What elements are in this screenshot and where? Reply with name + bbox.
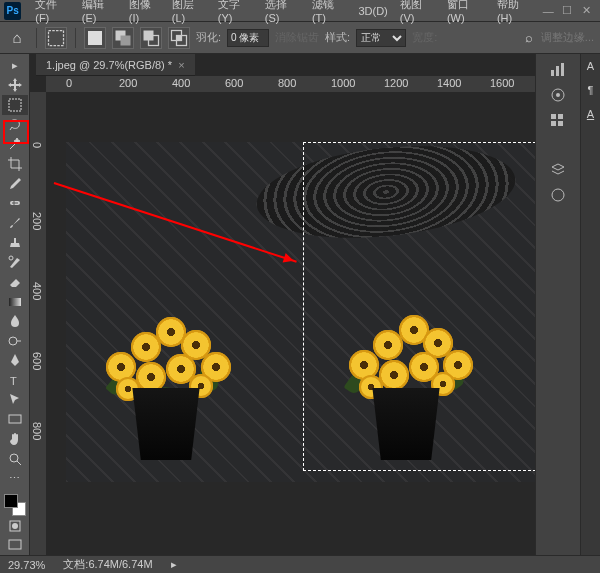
dodge-tool[interactable] [2, 331, 28, 351]
svg-point-10 [9, 256, 13, 260]
svg-rect-21 [561, 63, 564, 76]
svg-rect-18 [9, 540, 21, 549]
svg-point-12 [9, 337, 17, 345]
home-icon[interactable]: ⌂ [6, 27, 28, 49]
svg-rect-25 [558, 114, 563, 119]
search-icon[interactable]: ⌕ [525, 30, 533, 45]
svg-rect-14 [9, 415, 21, 423]
pen-tool[interactable] [2, 351, 28, 371]
window-maximize-button[interactable]: ☐ [558, 3, 577, 19]
canvas-area: 1.jpeg @ 29.7%(RGB/8) * × 0 200 400 600 … [30, 54, 535, 555]
right-panel-collapsed [535, 54, 580, 555]
svg-rect-26 [551, 121, 556, 126]
svg-rect-27 [558, 121, 563, 126]
selection-intersect-icon[interactable] [168, 27, 190, 49]
move-tool[interactable] [2, 76, 28, 96]
glyphs-panel-icon[interactable]: A [587, 108, 594, 120]
menu-edit[interactable]: 编辑(E) [76, 0, 123, 24]
menu-3d[interactable]: 3D(D) [352, 5, 393, 17]
color-swatches[interactable] [4, 494, 26, 516]
paragraph-panel-icon[interactable]: ¶ [588, 84, 594, 96]
menu-select[interactable]: 选择(S) [259, 0, 306, 24]
app-logo: Ps [4, 2, 21, 20]
eraser-tool[interactable] [2, 272, 28, 292]
options-bar: ⌂ 羽化: 消除锯齿 样式: 正常 宽度: ⌕ 调整边缘... [0, 22, 600, 54]
hand-tool[interactable] [2, 429, 28, 449]
svg-rect-0 [49, 30, 64, 45]
svg-rect-11 [9, 298, 21, 306]
history-brush-tool[interactable] [2, 252, 28, 272]
svg-text:T: T [10, 375, 17, 387]
gradient-tool[interactable] [2, 292, 28, 312]
rectangle-tool[interactable] [2, 410, 28, 430]
ruler-vertical[interactable]: 0 200 400 600 800 [30, 92, 46, 555]
selection-add-icon[interactable] [112, 27, 134, 49]
menu-bar: Ps 文件(F) 编辑(E) 图像(I) 图层(L) 文字(Y) 选择(S) 滤… [0, 0, 600, 22]
zoom-tool[interactable] [2, 449, 28, 469]
expand-tools-icon[interactable]: ▸ [2, 56, 28, 76]
status-bar: 29.73% 文档:6.74M/6.74M ▸ [0, 555, 600, 573]
feather-input[interactable] [227, 29, 269, 47]
swatches-icon[interactable] [549, 112, 567, 130]
screen-mode-icon[interactable] [2, 535, 28, 555]
histogram-icon[interactable] [549, 60, 567, 78]
window-minimize-button[interactable]: — [539, 3, 558, 19]
svg-rect-19 [551, 70, 554, 76]
type-tool[interactable]: T [2, 370, 28, 390]
quick-mask-icon[interactable] [2, 516, 28, 536]
svg-rect-2 [121, 35, 131, 45]
svg-rect-7 [177, 35, 182, 40]
marquee-tool[interactable] [2, 95, 28, 115]
layers-icon[interactable] [549, 160, 567, 178]
selection-new-icon[interactable] [84, 27, 106, 49]
menu-layer[interactable]: 图层(L) [166, 0, 212, 24]
svg-point-28 [552, 189, 564, 201]
svg-point-17 [12, 523, 18, 529]
style-select[interactable]: 正常 [356, 29, 406, 47]
antialias-label: 消除锯齿 [275, 30, 319, 45]
status-menu-icon[interactable]: ▸ [171, 558, 177, 571]
ruler-horizontal[interactable]: 0 200 400 600 800 1000 1200 1400 1600 18… [46, 76, 535, 92]
window-close-button[interactable]: ✕ [577, 3, 596, 19]
document-tab[interactable]: 1.jpeg @ 29.7%(RGB/8) * × [36, 54, 195, 76]
menu-filter[interactable]: 滤镜(T) [306, 0, 353, 24]
blur-tool[interactable] [2, 311, 28, 331]
clone-stamp-tool[interactable] [2, 233, 28, 253]
path-selection-tool[interactable] [2, 390, 28, 410]
feather-label: 羽化: [196, 30, 221, 45]
canvas[interactable] [46, 92, 535, 555]
document-tab-title: 1.jpeg @ 29.7%(RGB/8) * [46, 59, 172, 71]
selection-subtract-icon[interactable] [140, 27, 162, 49]
style-label: 样式: [325, 30, 350, 45]
svg-rect-20 [556, 66, 559, 76]
svg-rect-24 [551, 114, 556, 119]
menu-image[interactable]: 图像(I) [123, 0, 166, 24]
adjust-edge-button[interactable]: 调整边缘... [541, 30, 594, 45]
menu-type[interactable]: 文字(Y) [212, 0, 259, 24]
eyedropper-tool[interactable] [2, 174, 28, 194]
crop-tool[interactable] [2, 154, 28, 174]
edit-toolbar-icon[interactable]: ⋯ [2, 468, 28, 488]
right-tab-strip: A ¶ A [580, 54, 600, 555]
svg-point-23 [556, 93, 560, 97]
brush-tool[interactable] [2, 213, 28, 233]
menu-view[interactable]: 视图(V) [394, 0, 441, 24]
healing-brush-tool[interactable] [2, 193, 28, 213]
tutorial-highlight [3, 120, 29, 144]
menu-window[interactable]: 窗口(W) [441, 0, 491, 24]
marquee-selection [303, 142, 535, 471]
close-tab-icon[interactable]: × [178, 59, 184, 71]
zoom-level[interactable]: 29.73% [8, 559, 45, 571]
doc-size[interactable]: 文档:6.74M/6.74M [63, 557, 152, 572]
character-panel-icon[interactable]: A [587, 60, 594, 72]
menu-help[interactable]: 帮助(H) [491, 0, 539, 24]
width-label: 宽度: [412, 30, 437, 45]
svg-point-15 [10, 454, 18, 462]
menu-file[interactable]: 文件(F) [29, 0, 76, 24]
channels-icon[interactable] [549, 186, 567, 204]
color-icon[interactable] [549, 86, 567, 104]
svg-rect-8 [9, 99, 21, 111]
tool-preset-icon[interactable] [45, 27, 67, 49]
